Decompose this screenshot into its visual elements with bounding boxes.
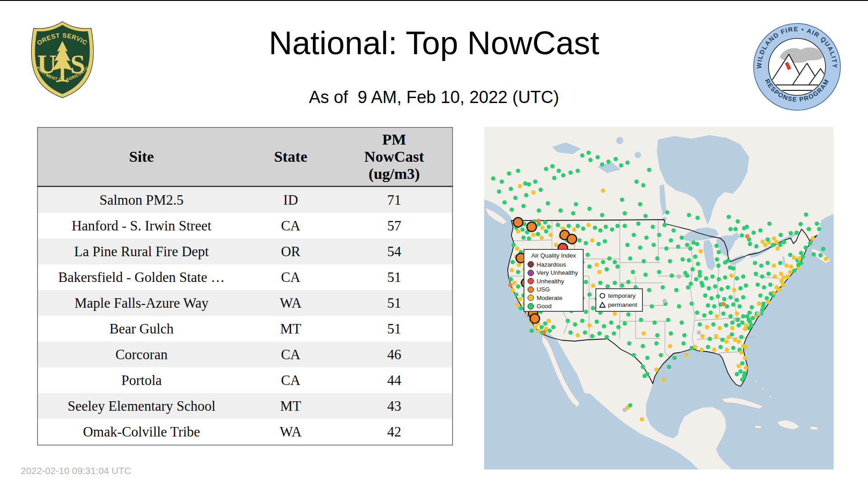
- monitor-dot: [585, 253, 590, 257]
- value-cell: 54: [336, 239, 453, 264]
- monitor-dot: [706, 303, 710, 308]
- page: FOREST SERVICE U S DEPARTMENT OF AGRICUL…: [0, 0, 868, 488]
- monitor-dot: [620, 283, 624, 288]
- monitor-dot: [728, 227, 733, 231]
- monitor-dot: [717, 250, 721, 254]
- legend-item: Moderate: [528, 294, 580, 302]
- monitor-dot: [668, 259, 672, 263]
- monitor-dot: [747, 310, 752, 315]
- monitor-dot: [739, 335, 744, 339]
- monitor-dot: [576, 224, 580, 228]
- monitor-dot: [620, 197, 624, 202]
- state-cell: WA: [245, 419, 336, 445]
- monitor-dot: [598, 281, 603, 285]
- monitor-dot: [710, 274, 715, 279]
- page-subtitle: As of 9 AM, Feb 10, 2022 (UTC): [0, 88, 868, 107]
- monitor-dot: [574, 202, 578, 206]
- monitor-dot: [643, 214, 648, 218]
- monitor-dot: [702, 313, 707, 318]
- monitor-dot: [669, 331, 673, 336]
- aqi-legend: Air Quality Index HazardousVery Unhealth…: [524, 249, 584, 312]
- value-cell: 46: [336, 342, 453, 367]
- state-cell: MT: [245, 316, 336, 342]
- monitor-dot: [777, 288, 781, 292]
- monitor-dot: [743, 356, 747, 360]
- monitor-dot: [693, 345, 698, 349]
- monitor-dot: [698, 249, 703, 253]
- monitor-dot: [595, 155, 600, 160]
- monitor-dot: [755, 282, 760, 287]
- monitor-dot: [587, 292, 592, 297]
- monitor-dot: [724, 339, 729, 344]
- table-header-row: Site State PM NowCast (ug/m3): [38, 127, 453, 187]
- monitor-dot: [744, 283, 748, 288]
- monitor-dot: [597, 270, 602, 274]
- monitor-dot: [736, 219, 740, 224]
- monitor-dot: [769, 291, 773, 296]
- monitor-dot: [556, 223, 560, 227]
- monitor-dot: [765, 261, 770, 265]
- monitor-dot: [785, 274, 790, 279]
- value-cell: 43: [336, 393, 453, 419]
- monitor-dot: [688, 246, 693, 251]
- monitor-dot: [711, 322, 716, 327]
- site-cell: Maple Falls-Azure Way: [38, 290, 245, 316]
- legend-item: Good: [528, 302, 580, 311]
- monitor-dot: [772, 236, 776, 241]
- monitor-dot: [655, 333, 660, 338]
- monitor-dot: [671, 228, 676, 233]
- monitor-dot: [572, 227, 576, 232]
- monitor-dot: [515, 302, 519, 307]
- monitor-dot: [736, 318, 740, 322]
- legend-swatch-usg: [528, 286, 534, 293]
- monitor-dot: [600, 213, 604, 217]
- monitor-dot: [571, 211, 576, 216]
- value-cell: 51: [336, 290, 453, 316]
- monitor-dot: [758, 293, 763, 298]
- legend-item: Hazardous: [528, 260, 580, 269]
- monitor-dot: [586, 223, 591, 227]
- monitor-dot: [712, 347, 717, 352]
- value-cell: 51: [336, 316, 453, 342]
- table-row: Bakersfield - Golden State …CA51: [38, 264, 453, 290]
- monitor-dot: [651, 225, 655, 229]
- monitor-dot: [531, 190, 536, 195]
- monitor-dot: [679, 235, 684, 240]
- legend-swatch-very_unhealthy: [528, 270, 534, 276]
- legend-label: Good: [537, 303, 552, 310]
- monitor-dot: [735, 311, 739, 316]
- monitor-dot: [773, 274, 777, 279]
- generated-timestamp: 2022-02-10 09:31:04 UTC: [21, 465, 131, 476]
- monitor-dot: [642, 259, 646, 263]
- monitor-dot: [676, 244, 680, 249]
- monitor-dot: [546, 201, 550, 206]
- monitor-dot: [700, 334, 705, 338]
- monitor-dot: [754, 244, 759, 249]
- monitor-dot: [715, 314, 719, 319]
- monitor-dot: [736, 323, 741, 328]
- monitor-dot: [537, 208, 541, 213]
- monitor-dot: [596, 242, 601, 246]
- monitor-dot: [741, 295, 745, 300]
- monitor-dot: [772, 263, 776, 268]
- monitor-dot: [794, 230, 799, 235]
- state-cell: CA: [245, 367, 336, 393]
- monitor-dot: [636, 221, 641, 226]
- monitor-dot: [627, 341, 632, 346]
- monitor-dot: [566, 224, 571, 228]
- monitor-dot: [763, 243, 768, 247]
- monitor-dot: [745, 234, 750, 239]
- monitor-dot: [766, 300, 770, 304]
- monitor-dot: [721, 311, 726, 316]
- monitor-dot: [689, 301, 694, 306]
- monitor-dot: [693, 254, 698, 259]
- monitor-dot: [544, 167, 548, 171]
- table-row: Seeley Elementary SchoolMT43: [38, 393, 453, 419]
- monitor-dot: [642, 331, 646, 336]
- monitor-dot: [547, 225, 551, 229]
- monitor-dot: [740, 377, 745, 382]
- puerto-rico: [810, 426, 818, 430]
- monitor-dot: [735, 298, 739, 302]
- monitor-dot: [536, 232, 540, 236]
- monitor-dot: [778, 243, 783, 247]
